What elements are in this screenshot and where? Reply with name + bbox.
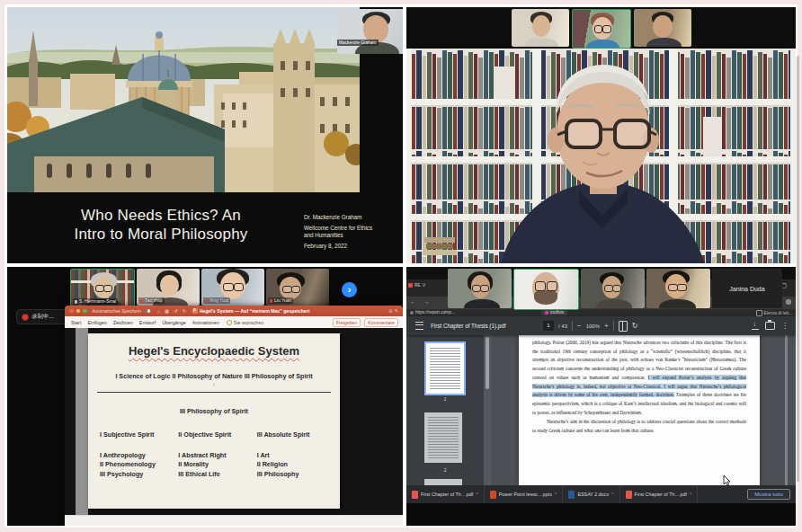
browser-partial-tab[interactable]: RE: V [408, 283, 425, 288]
hegel-slide[interactable]: Hegel's Encyclopaedic System I Science o… [88, 333, 340, 509]
reading-list-button[interactable]: Elenco di lett... [756, 310, 792, 316]
pdf-thumbnail-sidebar: 1 2 [406, 335, 484, 485]
slide-section-heading: III Philosophy of Spirit [88, 407, 340, 415]
powerpoint-statusbar [65, 515, 403, 526]
zoom-level: 100% [586, 324, 600, 329]
column-subjective-spirit: I Subjective Spirit I Anthropology II Ph… [100, 430, 178, 479]
toolbox-tab[interactable]: toolbox [541, 309, 567, 315]
column-objective-spirit: II Objective Spirit I Abstract Right II … [178, 430, 256, 479]
pdf-file-icon [626, 491, 632, 499]
fit-page-icon[interactable] [619, 321, 628, 332]
panel-zoom-presentation: Mackenzie Graham Who Needs Ethics? An In… [7, 7, 403, 263]
slide-credits: Dr. Mackenzie Graham Wellcome Centre for… [304, 214, 403, 250]
page-thumbnail-3[interactable] [424, 479, 462, 485]
zoom-in-button[interactable]: + [604, 322, 609, 331]
pdf-page: philology. Porter (2000, 2019) has argue… [519, 335, 760, 485]
powerpoint-ribbon: Start Einfügen Zeichnen Entwurf Übergäng… [65, 316, 403, 329]
download-item[interactable]: Power Point lesso....pptx ^ [485, 485, 564, 503]
window-title: P Hegel's System — Auf “meinem Mac” gesp… [171, 306, 331, 316]
pdf-file-icon [412, 491, 418, 499]
download-item[interactable]: ESSAY 2.docx ^ [563, 485, 619, 503]
tab-einfuegen[interactable]: Einfügen [87, 320, 106, 325]
participant-video-3[interactable] [581, 269, 645, 308]
minimize-icon[interactable] [76, 309, 81, 314]
download-item[interactable]: First Chapter of Th....pdf ^ [406, 485, 485, 503]
sidebar-scrollbar[interactable] [484, 335, 491, 485]
panel-zoom-speaker [406, 7, 796, 263]
participant-video-1[interactable] [512, 9, 569, 47]
chevron-up-icon[interactable]: ^ [611, 492, 613, 497]
powerpoint-window: Automatisches Speichern ⌂ ▦ ↺ ↻ ⋯ P Hege… [65, 306, 403, 526]
chevron-up-icon[interactable]: ^ [555, 492, 557, 497]
page-thumbnail-2[interactable] [424, 412, 462, 463]
pptx-file-icon [490, 491, 496, 499]
mic-muted-icon [75, 300, 77, 304]
zoom-window-icon[interactable] [83, 309, 87, 314]
menu-icon[interactable] [415, 322, 423, 330]
participant-video-2-active[interactable] [513, 269, 579, 310]
mac-traffic-lights[interactable] [69, 309, 87, 314]
credit-name: Dr. Mackenzie Graham [304, 214, 403, 221]
slide-title: Who Needs Ethics? An Intro to Moral Phil… [13, 206, 309, 244]
comments-button[interactable]: Kommentare [364, 318, 398, 327]
record-dot-icon [22, 314, 29, 321]
tab-entwurf[interactable]: Entwurf [139, 320, 156, 325]
chevron-up-icon[interactable]: ^ [476, 492, 477, 497]
participant-video-herrmann-sinai[interactable]: S. Herrmann-Sinai [70, 269, 135, 307]
panel-zoom-powerpoint: 录制中... S. Herrmann-Sinai Tao zhiqi [7, 267, 403, 526]
tab-start[interactable]: Start [71, 320, 81, 325]
participant-video-liu-yuan[interactable]: Liu Yuan [266, 269, 329, 306]
pdf-toolbar: First Chapter of Thesis (1).pdf 1 / 43 −… [406, 316, 796, 335]
mouse-cursor [723, 475, 731, 486]
print-icon[interactable] [765, 322, 775, 330]
close-icon[interactable] [69, 309, 74, 314]
titlebar-search-icons[interactable]: ⊙ ✎ [388, 306, 398, 316]
next-participants-button[interactable]: › [342, 282, 357, 297]
participant-video-1[interactable] [448, 269, 512, 308]
powerpoint-titlebar: Automatisches Speichern ⌂ ▦ ↺ ↻ ⋯ P Hege… [65, 306, 403, 316]
pdf-text: philology. Porter (2000, 2019) has argue… [532, 339, 746, 436]
participant-video-4[interactable] [646, 269, 710, 308]
tab-animationen[interactable]: Animationen [192, 320, 219, 325]
participant-video-tao-zhiqi[interactable]: Tao zhiqi [137, 269, 200, 306]
downloads-bar: First Chapter of Th....pdf ^ Power Point… [406, 485, 796, 503]
site-favicon [410, 311, 414, 315]
back-forward-icons[interactable]: ← → [410, 298, 432, 305]
participant-strip [406, 9, 796, 49]
thumbnail-label: 1 [406, 396, 484, 402]
share-button[interactable]: Freigeben [333, 318, 361, 327]
bottom-black-band [406, 503, 796, 526]
slide-top-row: I Science of Logic II Philosophy of Natu… [88, 372, 340, 380]
download-item[interactable]: First Chapter of Th....pdf ^ [620, 485, 699, 503]
rotate-icon[interactable]: ↻ [632, 322, 638, 331]
mic-muted-icon [140, 299, 143, 303]
page-number-input[interactable]: 1 [543, 321, 554, 331]
participant-name-tag: S. Herrmann-Sinai [73, 298, 118, 305]
address-bar[interactable]: https://report.comp... [410, 310, 455, 315]
participant-name-tile[interactable]: Janina Duda [712, 269, 782, 308]
document-scrollbar[interactable] [785, 335, 788, 485]
participant-video-2-active[interactable] [572, 9, 631, 49]
mic-muted-icon [205, 299, 208, 303]
participant-video-3[interactable] [634, 9, 691, 47]
credit-org-1: Wellcome Centre for Ethics [304, 225, 403, 232]
autosave-toggle[interactable]: Automatisches Speichern [93, 309, 151, 314]
more-options-icon[interactable]: ⋮ [781, 322, 789, 330]
slide-divider [97, 392, 331, 393]
participant-video-xing-yuqi[interactable]: Xing Yuqi [201, 269, 264, 306]
toolbox-icon [544, 310, 549, 315]
tab-zeichnen[interactable]: Zeichnen [113, 320, 133, 325]
show-all-downloads-button[interactable]: Mostra tutto [747, 489, 790, 500]
panel-zoom-pdf: RE: V — ▢ ← → https://report.comp... too… [406, 267, 796, 526]
presenter-video-thumbnail[interactable]: Mackenzie Graham [337, 9, 403, 54]
page-scrollbar[interactable] [797, 56, 799, 482]
zoom-out-button[interactable]: − [577, 322, 582, 331]
tab-uebergaenge[interactable]: Übergänge [162, 320, 186, 325]
page-thumbnail-1-selected[interactable] [424, 341, 466, 395]
download-icon[interactable] [752, 322, 759, 330]
chevron-up-icon[interactable]: ^ [690, 492, 691, 497]
participant-name-tag: Liu Yuan [268, 297, 293, 304]
oxford-skyline-photo [7, 7, 360, 192]
page-total: / 43 [558, 324, 567, 329]
tellme-field[interactable]: Sie wünschen [227, 320, 264, 325]
